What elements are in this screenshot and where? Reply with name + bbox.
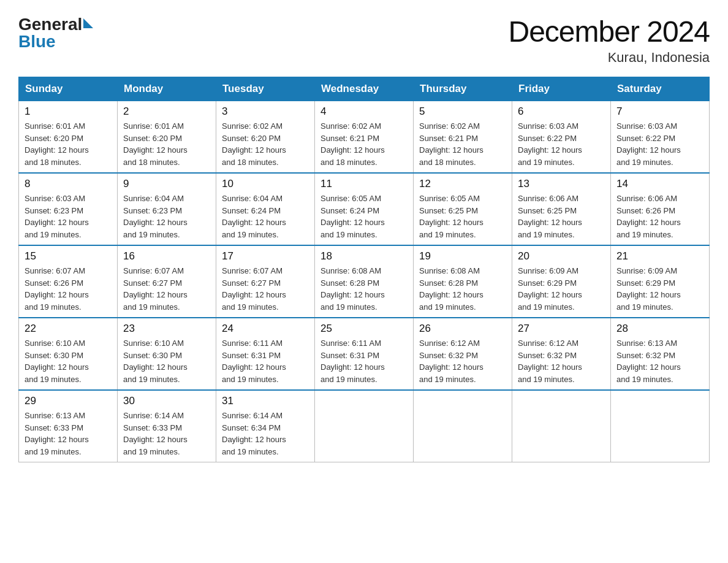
day-number: 21 [616, 250, 703, 262]
day-info: Sunrise: 6:07 AMSunset: 6:27 PMDaylight:… [123, 265, 210, 313]
calendar-header-row: SundayMondayTuesdayWednesdayThursdayFrid… [19, 77, 710, 101]
calendar-cell: 25Sunrise: 6:11 AMSunset: 6:31 PMDayligh… [315, 318, 414, 390]
day-number: 13 [518, 178, 605, 190]
calendar-cell: 8Sunrise: 6:03 AMSunset: 6:23 PMDaylight… [19, 173, 118, 245]
day-info: Sunrise: 6:13 AMSunset: 6:33 PMDaylight:… [25, 410, 112, 458]
day-info: Sunrise: 6:09 AMSunset: 6:29 PMDaylight:… [518, 265, 605, 313]
day-info: Sunrise: 6:05 AMSunset: 6:24 PMDaylight:… [320, 193, 408, 240]
calendar-cell: 11Sunrise: 6:05 AMSunset: 6:24 PMDayligh… [315, 173, 414, 245]
calendar-cell [315, 390, 414, 462]
day-info: Sunrise: 6:01 AMSunset: 6:20 PMDaylight:… [123, 120, 210, 168]
day-info: Sunrise: 6:11 AMSunset: 6:31 PMDaylight:… [222, 337, 309, 385]
calendar-cell: 30Sunrise: 6:14 AMSunset: 6:33 PMDayligh… [118, 390, 216, 462]
day-info: Sunrise: 6:10 AMSunset: 6:30 PMDaylight:… [25, 337, 112, 385]
calendar-cell [414, 390, 512, 462]
calendar-cell: 9Sunrise: 6:04 AMSunset: 6:23 PMDaylight… [118, 173, 216, 245]
calendar-cell: 13Sunrise: 6:06 AMSunset: 6:25 PMDayligh… [512, 173, 611, 245]
calendar-week-row: 15Sunrise: 6:07 AMSunset: 6:26 PMDayligh… [19, 245, 710, 318]
day-info: Sunrise: 6:02 AMSunset: 6:20 PMDaylight:… [222, 120, 309, 168]
day-number: 9 [123, 178, 210, 190]
calendar-cell: 4Sunrise: 6:02 AMSunset: 6:21 PMDaylight… [315, 101, 414, 174]
day-info: Sunrise: 6:14 AMSunset: 6:34 PMDaylight:… [222, 410, 309, 458]
day-number: 4 [320, 105, 408, 118]
day-info: Sunrise: 6:03 AMSunset: 6:23 PMDaylight:… [25, 193, 112, 240]
day-info: Sunrise: 6:06 AMSunset: 6:25 PMDaylight:… [518, 193, 605, 240]
calendar-cell: 15Sunrise: 6:07 AMSunset: 6:26 PMDayligh… [19, 245, 118, 318]
calendar-header-monday: Monday [118, 77, 216, 101]
calendar-cell: 28Sunrise: 6:13 AMSunset: 6:32 PMDayligh… [611, 318, 710, 390]
calendar-cell: 14Sunrise: 6:06 AMSunset: 6:26 PMDayligh… [611, 173, 710, 245]
calendar-cell: 6Sunrise: 6:03 AMSunset: 6:22 PMDaylight… [512, 101, 611, 174]
day-info: Sunrise: 6:04 AMSunset: 6:24 PMDaylight:… [222, 193, 309, 240]
logo-blue-text: Blue [18, 32, 56, 51]
day-number: 18 [320, 250, 408, 262]
day-number: 30 [123, 395, 210, 407]
calendar-header-wednesday: Wednesday [315, 77, 414, 101]
calendar-subtitle: Kurau, Indonesia [508, 50, 710, 66]
day-number: 27 [518, 323, 605, 335]
day-number: 31 [222, 395, 309, 407]
calendar-cell: 21Sunrise: 6:09 AMSunset: 6:29 PMDayligh… [611, 245, 710, 318]
calendar-cell [512, 390, 611, 462]
day-number: 10 [222, 178, 309, 190]
calendar-title: December 2024 [508, 15, 710, 48]
calendar-table: SundayMondayTuesdayWednesdayThursdayFrid… [18, 77, 710, 462]
day-number: 19 [419, 250, 506, 262]
day-number: 7 [616, 105, 703, 118]
calendar-cell: 23Sunrise: 6:10 AMSunset: 6:30 PMDayligh… [118, 318, 216, 390]
day-info: Sunrise: 6:14 AMSunset: 6:33 PMDaylight:… [123, 410, 210, 458]
calendar-cell: 17Sunrise: 6:07 AMSunset: 6:27 PMDayligh… [216, 245, 315, 318]
day-info: Sunrise: 6:02 AMSunset: 6:21 PMDaylight:… [419, 120, 506, 168]
day-info: Sunrise: 6:05 AMSunset: 6:25 PMDaylight:… [419, 193, 506, 240]
calendar-cell: 1Sunrise: 6:01 AMSunset: 6:20 PMDaylight… [19, 101, 118, 174]
day-info: Sunrise: 6:08 AMSunset: 6:28 PMDaylight:… [320, 265, 408, 313]
calendar-cell: 26Sunrise: 6:12 AMSunset: 6:32 PMDayligh… [414, 318, 512, 390]
logo-triangle-icon [83, 18, 93, 28]
calendar-week-row: 29Sunrise: 6:13 AMSunset: 6:33 PMDayligh… [19, 390, 710, 462]
day-info: Sunrise: 6:09 AMSunset: 6:29 PMDaylight:… [616, 265, 703, 313]
calendar-header-sunday: Sunday [19, 77, 118, 101]
day-number: 24 [222, 323, 309, 335]
day-info: Sunrise: 6:07 AMSunset: 6:27 PMDaylight:… [222, 265, 309, 313]
calendar-cell: 16Sunrise: 6:07 AMSunset: 6:27 PMDayligh… [118, 245, 216, 318]
page-header: General Blue December 2024 Kurau, Indone… [18, 15, 710, 66]
calendar-cell: 22Sunrise: 6:10 AMSunset: 6:30 PMDayligh… [19, 318, 118, 390]
day-number: 11 [320, 178, 408, 190]
calendar-cell [611, 390, 710, 462]
calendar-cell: 7Sunrise: 6:03 AMSunset: 6:22 PMDaylight… [611, 101, 710, 174]
day-info: Sunrise: 6:13 AMSunset: 6:32 PMDaylight:… [616, 337, 703, 385]
day-info: Sunrise: 6:08 AMSunset: 6:28 PMDaylight:… [419, 265, 506, 313]
calendar-cell: 29Sunrise: 6:13 AMSunset: 6:33 PMDayligh… [19, 390, 118, 462]
calendar-cell: 27Sunrise: 6:12 AMSunset: 6:32 PMDayligh… [512, 318, 611, 390]
day-number: 5 [419, 105, 506, 118]
day-number: 22 [25, 323, 112, 335]
day-number: 16 [123, 250, 210, 262]
calendar-cell: 19Sunrise: 6:08 AMSunset: 6:28 PMDayligh… [414, 245, 512, 318]
day-info: Sunrise: 6:12 AMSunset: 6:32 PMDaylight:… [419, 337, 506, 385]
day-number: 14 [616, 178, 703, 190]
calendar-header-thursday: Thursday [414, 77, 512, 101]
calendar-cell: 24Sunrise: 6:11 AMSunset: 6:31 PMDayligh… [216, 318, 315, 390]
day-info: Sunrise: 6:06 AMSunset: 6:26 PMDaylight:… [616, 193, 703, 240]
calendar-header-friday: Friday [512, 77, 611, 101]
calendar-week-row: 22Sunrise: 6:10 AMSunset: 6:30 PMDayligh… [19, 318, 710, 390]
day-info: Sunrise: 6:12 AMSunset: 6:32 PMDaylight:… [518, 337, 605, 385]
calendar-cell: 18Sunrise: 6:08 AMSunset: 6:28 PMDayligh… [315, 245, 414, 318]
day-number: 15 [25, 250, 112, 262]
calendar-cell: 10Sunrise: 6:04 AMSunset: 6:24 PMDayligh… [216, 173, 315, 245]
calendar-cell: 20Sunrise: 6:09 AMSunset: 6:29 PMDayligh… [512, 245, 611, 318]
day-number: 20 [518, 250, 605, 262]
day-info: Sunrise: 6:03 AMSunset: 6:22 PMDaylight:… [616, 120, 703, 168]
calendar-header-tuesday: Tuesday [216, 77, 315, 101]
day-number: 28 [616, 323, 703, 335]
title-block: December 2024 Kurau, Indonesia [508, 15, 710, 66]
day-number: 2 [123, 105, 210, 118]
day-number: 12 [419, 178, 506, 190]
calendar-cell: 3Sunrise: 6:02 AMSunset: 6:20 PMDaylight… [216, 101, 315, 174]
calendar-week-row: 1Sunrise: 6:01 AMSunset: 6:20 PMDaylight… [19, 101, 710, 174]
calendar-cell: 5Sunrise: 6:02 AMSunset: 6:21 PMDaylight… [414, 101, 512, 174]
calendar-cell: 31Sunrise: 6:14 AMSunset: 6:34 PMDayligh… [216, 390, 315, 462]
day-info: Sunrise: 6:02 AMSunset: 6:21 PMDaylight:… [320, 120, 408, 168]
day-info: Sunrise: 6:11 AMSunset: 6:31 PMDaylight:… [320, 337, 408, 385]
calendar-cell: 12Sunrise: 6:05 AMSunset: 6:25 PMDayligh… [414, 173, 512, 245]
